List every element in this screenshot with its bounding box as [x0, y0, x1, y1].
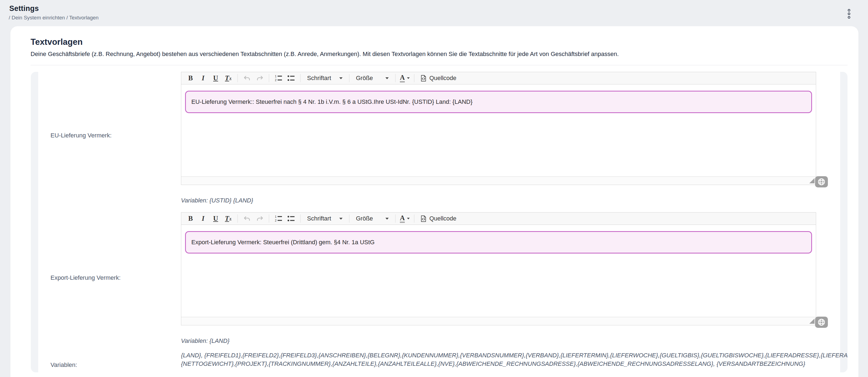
- form-row-eu-lieferung: EU-Lieferung Vermerk: B I U Tx: [38, 72, 840, 205]
- remove-format-t: T: [225, 215, 229, 222]
- toolbar-separator: [269, 74, 269, 82]
- divider: [31, 65, 847, 65]
- editor-content-area[interactable]: EU-Lieferung Vermerk:: Steuerfrei nach §…: [181, 84, 816, 176]
- text-color-icon: A: [400, 214, 405, 223]
- form-panel: EU-Lieferung Vermerk: B I U Tx: [31, 72, 847, 372]
- toolbar-separator: [349, 74, 349, 82]
- rich-text-editor-export-lieferung[interactable]: B I U Tx: [181, 212, 816, 325]
- font-family-select[interactable]: Schriftart: [304, 214, 345, 224]
- resize-handle-icon[interactable]: [809, 319, 814, 324]
- field-label-export-lieferung: Export-Lieferung Vermerk:: [51, 274, 121, 281]
- chevron-down-icon: [407, 218, 410, 220]
- editor-toolbar: B I U Tx: [181, 212, 816, 225]
- field-label-variablen: Variablen:: [51, 361, 77, 369]
- form-panel-inner: EU-Lieferung Vermerk: B I U Tx: [38, 72, 840, 372]
- editor-toolbar: B I U Tx: [181, 72, 816, 84]
- toolbar-separator: [349, 214, 349, 223]
- redo-arrow-icon[interactable]: [254, 73, 265, 83]
- bullet-list-icon[interactable]: [285, 73, 297, 83]
- chevron-down-icon: [385, 77, 389, 79]
- source-code-icon: [420, 75, 427, 82]
- remove-format-x: x: [229, 216, 231, 221]
- font-size-select[interactable]: Größe: [353, 73, 392, 83]
- source-button[interactable]: Quellcode: [418, 214, 458, 224]
- source-code-icon: [420, 215, 427, 222]
- svg-text:2: 2: [275, 219, 277, 222]
- remove-format-button[interactable]: Tx: [223, 73, 234, 83]
- variables-note: Variablen: {LAND}: [181, 338, 840, 345]
- redo-arrow-icon[interactable]: [254, 214, 265, 224]
- underline-button[interactable]: U: [210, 214, 221, 224]
- svg-text:1: 1: [275, 215, 277, 218]
- editor-bottom-bar: [181, 176, 816, 185]
- toolbar-separator: [269, 214, 269, 223]
- text-color-button[interactable]: A: [399, 73, 410, 83]
- rich-text-editor-eu-lieferung[interactable]: B I U Tx: [181, 72, 816, 185]
- variables-line: {NETTOGEWICHT},{PROJEKT},{TRACKINGNUMMER…: [181, 359, 840, 368]
- italic-button[interactable]: I: [197, 214, 209, 224]
- numbered-list-icon[interactable]: 12: [273, 73, 284, 83]
- undo-arrow-icon[interactable]: [242, 214, 252, 224]
- italic-button[interactable]: I: [197, 73, 209, 83]
- toolbar-separator: [414, 214, 414, 223]
- numbered-list-icon[interactable]: 12: [273, 214, 284, 224]
- toolbar-separator: [300, 74, 301, 82]
- remove-format-t: T: [225, 74, 229, 82]
- globe-icon: [817, 318, 826, 326]
- bold-button[interactable]: B: [185, 214, 196, 224]
- toolbar-separator: [238, 214, 238, 223]
- breadcrumb[interactable]: / Dein System einrichten / Textvorlagen: [9, 15, 868, 21]
- font-size-select[interactable]: Größe: [353, 214, 392, 224]
- font-size-value: Größe: [356, 215, 373, 222]
- toolbar-separator: [395, 74, 396, 82]
- variables-line: {LAND}, {FREIFELD1},{FREIFELD2},{FREIFEL…: [181, 351, 840, 359]
- template-text-highlight[interactable]: EU-Lieferung Vermerk:: Steuerfrei nach §…: [185, 91, 812, 113]
- resize-handle-icon[interactable]: [809, 178, 814, 183]
- variables-note: Variablen: {USTID} {LAND}: [181, 197, 840, 205]
- page-description: Deine Geschäftsbriefe (z.B. Rechnung, An…: [31, 51, 847, 58]
- globe-button[interactable]: [815, 317, 828, 328]
- toolbar-separator: [238, 74, 238, 82]
- settings-screen: Settings / Dein System einrichten / Text…: [0, 0, 868, 377]
- source-button-label: Quellcode: [429, 215, 456, 222]
- chevron-down-icon: [385, 218, 389, 220]
- svg-text:2: 2: [275, 79, 277, 82]
- text-color-button[interactable]: A: [399, 214, 410, 224]
- source-button-label: Quellcode: [429, 75, 456, 82]
- remove-format-x: x: [229, 76, 231, 81]
- chevron-down-icon: [339, 77, 343, 79]
- underline-button[interactable]: U: [210, 73, 221, 83]
- app-header: Settings / Dein System einrichten / Text…: [0, 0, 868, 26]
- editor-content-area[interactable]: Export-Lieferung Vermerk: Steuerfrei (Dr…: [181, 225, 816, 317]
- chevron-down-icon: [407, 77, 410, 79]
- toolbar-separator: [395, 214, 396, 223]
- kebab-menu-icon[interactable]: [844, 7, 854, 20]
- content-card: Textvorlagen Deine Geschäftsbriefe (z.B.…: [10, 26, 859, 377]
- remove-format-button[interactable]: Tx: [223, 214, 234, 224]
- font-family-select[interactable]: Schriftart: [304, 73, 345, 83]
- toolbar-separator: [300, 214, 301, 223]
- variables-list: {LAND}, {FREIFELD1},{FREIFELD2},{FREIFEL…: [181, 351, 840, 368]
- bullet-list-icon[interactable]: [285, 214, 297, 224]
- source-button[interactable]: Quellcode: [418, 73, 458, 83]
- chevron-down-icon: [339, 218, 343, 220]
- font-family-value: Schriftart: [307, 75, 331, 82]
- text-color-icon: A: [400, 74, 405, 83]
- editor-bottom-bar: [181, 317, 816, 325]
- form-row-export-lieferung: Export-Lieferung Vermerk: B I U Tx: [38, 212, 840, 345]
- form-row-variablen: Variablen: {LAND}, {FREIFELD1},{FREIFELD…: [38, 351, 840, 368]
- font-family-value: Schriftart: [307, 215, 331, 222]
- app-title: Settings: [9, 4, 868, 13]
- globe-button[interactable]: [815, 176, 828, 187]
- field-label-eu-lieferung: EU-Lieferung Vermerk:: [51, 132, 112, 139]
- font-size-value: Größe: [356, 75, 373, 82]
- undo-arrow-icon[interactable]: [242, 73, 252, 83]
- bold-button[interactable]: B: [185, 73, 196, 83]
- toolbar-separator: [414, 74, 414, 82]
- svg-text:1: 1: [275, 75, 277, 78]
- page-title: Textvorlagen: [31, 37, 847, 47]
- template-text-highlight[interactable]: Export-Lieferung Vermerk: Steuerfrei (Dr…: [185, 231, 812, 254]
- globe-icon: [817, 178, 826, 186]
